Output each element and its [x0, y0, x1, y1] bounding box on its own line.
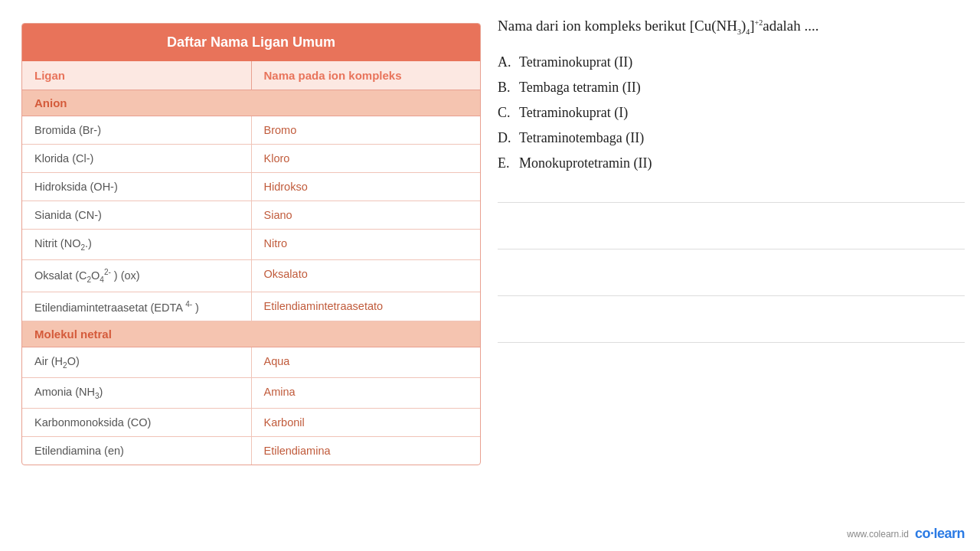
option-text-d: Tetraminotembaga (II) — [519, 130, 965, 146]
table-row: Amonia (NH3) Amina — [22, 378, 480, 409]
cell-ligan: Hidroksida (OH-) — [22, 173, 252, 201]
option-text-c: Tetraminokuprat (I) — [519, 105, 965, 121]
cell-nama: Oksalato — [252, 260, 481, 292]
cell-ligan: Etilendiamintetraasetat (EDTA 4- ) — [22, 292, 252, 321]
table-panel: Daftar Nama Ligan Umum Ligan Nama pada i… — [21, 23, 481, 465]
divider-4 — [498, 342, 965, 343]
cell-nama: Hidrokso — [252, 173, 481, 201]
col-ligan-header: Ligan — [22, 61, 252, 90]
table-row: Etilendiamina (en) Etilendiamina — [22, 437, 480, 465]
question-panel: Nama dari ion kompleks berikut [Cu(NH3)4… — [498, 15, 965, 343]
table-row: Klorida (Cl-) Kloro — [22, 145, 480, 173]
option-text-b: Tembaga tetramin (II) — [519, 80, 965, 96]
option-a[interactable]: A. Tetraminokuprat (II) — [498, 54, 965, 70]
table-row: Karbonmonoksida (CO) Karbonil — [22, 409, 480, 437]
option-d[interactable]: D. Tetraminotembaga (II) — [498, 130, 965, 146]
table-row: Oksalat (C2O42- ) (ox) Oksalato — [22, 260, 480, 292]
watermark: www.colearn.id co·learn — [847, 526, 965, 542]
cell-nama: Karbonil — [252, 409, 481, 436]
option-text-a: Tetraminokuprat (II) — [519, 54, 965, 70]
cell-nama: Kloro — [252, 145, 481, 172]
cell-nama: Nitro — [252, 230, 481, 259]
option-b[interactable]: B. Tembaga tetramin (II) — [498, 80, 965, 96]
watermark-logo: co·learn — [915, 526, 965, 542]
section-anion: Anion — [22, 90, 480, 116]
column-headers: Ligan Nama pada ion kompleks — [22, 61, 480, 90]
cell-ligan: Nitrit (NO2.) — [22, 230, 252, 259]
cell-ligan: Bromida (Br-) — [22, 116, 252, 144]
option-label-d: D. — [498, 130, 519, 146]
table-title: Daftar Nama Ligan Umum — [22, 24, 480, 61]
cell-ligan: Etilendiamina (en) — [22, 437, 252, 465]
cell-nama: Etilendiamintetraasetato — [252, 292, 481, 321]
section-molekul-netral: Molekul netral — [22, 321, 480, 347]
option-e[interactable]: E. Monokuprotetramin (II) — [498, 155, 965, 171]
options-list: A. Tetraminokuprat (II) B. Tembaga tetra… — [498, 54, 965, 171]
cell-ligan: Amonia (NH3) — [22, 378, 252, 408]
option-label-a: A. — [498, 54, 519, 70]
ligan-table: Daftar Nama Ligan Umum Ligan Nama pada i… — [21, 23, 481, 465]
cell-ligan: Karbonmonoksida (CO) — [22, 409, 252, 436]
table-row: Bromida (Br-) Bromo — [22, 116, 480, 145]
cell-nama: Etilendiamina — [252, 437, 481, 465]
option-c[interactable]: C. Tetraminokuprat (I) — [498, 105, 965, 121]
watermark-url: www.colearn.id — [847, 529, 909, 540]
cell-nama: Bromo — [252, 116, 481, 144]
cell-nama: Aqua — [252, 347, 481, 377]
option-label-e: E. — [498, 155, 519, 171]
table-row: Air (H2O) Aqua — [22, 347, 480, 378]
cell-ligan: Air (H2O) — [22, 347, 252, 377]
cell-ligan: Sianida (CN-) — [22, 201, 252, 229]
cell-nama: Amina — [252, 378, 481, 408]
cell-nama: Siano — [252, 201, 481, 229]
table-row: Nitrit (NO2.) Nitro — [22, 230, 480, 260]
option-text-e: Monokuprotetramin (II) — [519, 155, 965, 171]
cell-ligan: Oksalat (C2O42- ) (ox) — [22, 260, 252, 292]
option-label-b: B. — [498, 80, 519, 96]
cell-ligan: Klorida (Cl-) — [22, 145, 252, 172]
table-row: Etilendiamintetraasetat (EDTA 4- ) Etile… — [22, 292, 480, 322]
question-text: Nama dari ion kompleks berikut [Cu(NH3)4… — [498, 15, 965, 37]
col-nama-header: Nama pada ion kompleks — [252, 61, 481, 90]
option-label-c: C. — [498, 105, 519, 121]
table-row: Sianida (CN-) Siano — [22, 201, 480, 230]
dot-icon: · — [930, 526, 934, 541]
table-row: Hidroksida (OH-) Hidrokso — [22, 173, 480, 201]
